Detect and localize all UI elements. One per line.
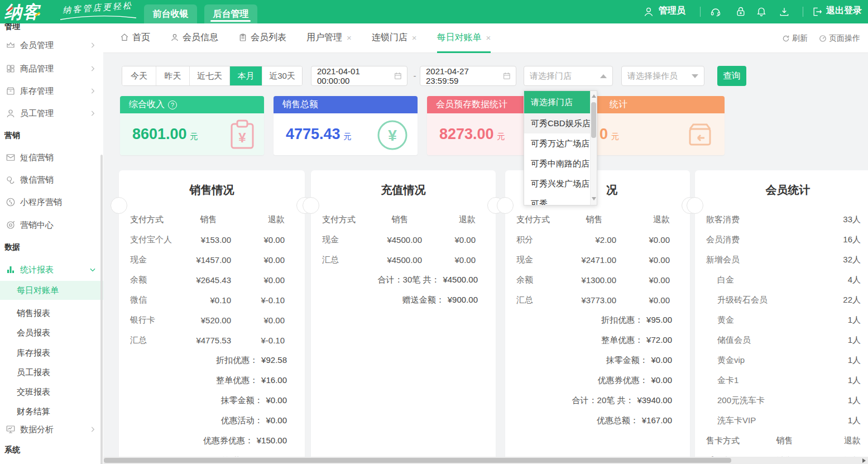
sidebar-subitem-staff-report[interactable]: 员工报表 <box>0 363 103 382</box>
dropdown-option-store[interactable]: 可秀兴发广场店 <box>524 174 597 194</box>
end-datetime-input[interactable]: 2021-04-27 23:59:59 <box>420 66 516 86</box>
col-sales: 销售 <box>762 436 807 446</box>
tab-chain-stores[interactable]: 连锁门店 × <box>372 23 417 53</box>
chevron-right-icon <box>89 41 97 49</box>
sidebar-item-label: 营销中心 <box>20 218 54 232</box>
dropdown-option-store-partial[interactable]: 可秀 <box>524 194 597 205</box>
dropdown-option-store[interactable]: 可秀万达广场店 <box>524 133 597 154</box>
tab-home[interactable]: 首页 <box>120 23 150 53</box>
start-datetime-input[interactable]: 2021-04-01 00:00:00 <box>311 66 407 86</box>
download-icon[interactable] <box>779 6 790 17</box>
logout-icon[interactable] <box>812 6 823 17</box>
sidebar-item-goods-manage[interactable]: 商品管理 <box>0 62 103 75</box>
refresh-label: 刷新 <box>792 34 808 44</box>
sidebar: 管理 会员管理 商品管理 库存管理 员工管理 营销 短信营销 微 <box>0 23 103 464</box>
list-item: 新增会员32人 <box>695 250 868 270</box>
close-icon[interactable]: × <box>486 33 491 42</box>
tab-label: 用户管理 <box>306 32 342 44</box>
col-sales: 销售 <box>186 214 231 225</box>
tab-label: 首页 <box>132 32 150 44</box>
sidebar-subitem-shift-report[interactable]: 交班报表 <box>0 382 103 401</box>
refresh-button[interactable]: 刷新 <box>782 34 808 44</box>
mail-icon <box>6 152 16 162</box>
sidebar-item-label: 员工管理 <box>20 107 54 120</box>
sidebar-item-label: 数据分析 <box>20 423 54 436</box>
sidebar-item-sms-marketing[interactable]: 短信营销 <box>0 151 103 164</box>
target-icon <box>6 220 16 230</box>
dropdown-scrollbar[interactable] <box>590 91 597 205</box>
sidebar-item-label: 微信营销 <box>20 173 54 186</box>
person-icon <box>170 33 179 42</box>
search-button[interactable]: 查询 <box>717 66 746 86</box>
sidebar-item-stock-manage[interactable]: 库存管理 <box>0 84 103 98</box>
bell-icon[interactable] <box>756 6 767 17</box>
range-thismonth-button[interactable]: 本月 <box>229 66 262 85</box>
logout-button[interactable]: 退出登录 <box>826 5 862 17</box>
sidebar-subitem-daily-statement[interactable]: 每日对账单 <box>0 281 103 300</box>
scroll-right-arrow[interactable] <box>862 458 866 463</box>
panel-title: 销售情况 <box>119 181 305 198</box>
list-item: 黄金1人 <box>695 310 868 330</box>
sidebar-item-wechat-marketing[interactable]: 微信营销 <box>0 173 103 186</box>
tab-user-manage[interactable]: 用户管理 × <box>306 23 352 53</box>
return-box-icon <box>684 119 716 150</box>
range-today-button[interactable]: 今天 <box>122 66 156 85</box>
current-user[interactable]: 管理员 <box>659 5 685 17</box>
sidebar-item-miniapp-marketing[interactable]: 小程序营销 <box>0 195 103 209</box>
scrollbar-thumb[interactable] <box>591 102 596 138</box>
user-icon[interactable] <box>643 6 654 17</box>
subitem-label: 会员报表 <box>0 323 103 342</box>
front-cashier-label: 前台收银 <box>153 8 189 20</box>
scroll-down-arrow[interactable] <box>592 197 596 200</box>
col-refund: 退款 <box>231 214 285 225</box>
calendar-icon[interactable] <box>394 71 402 80</box>
clipboard-icon <box>238 33 247 42</box>
close-icon[interactable]: × <box>347 33 352 42</box>
headset-icon[interactable] <box>710 6 721 17</box>
range-last30days-button[interactable]: 近30天 <box>262 66 302 85</box>
sidebar-item-statistic-reports[interactable]: 统计报表 <box>0 263 103 276</box>
calendar-icon[interactable] <box>502 71 511 80</box>
sidebar-item-label: 小程序营销 <box>20 195 62 209</box>
sidebar-item-marketing-center[interactable]: 营销中心 <box>0 218 103 232</box>
range-yesterday-button[interactable]: 昨天 <box>156 66 189 85</box>
scrollbar-thumb[interactable] <box>104 458 731 463</box>
tab-member-info[interactable]: 会员信息 <box>170 23 218 53</box>
dropdown-option-store[interactable]: 可秀CBD娱乐店 <box>524 113 597 133</box>
tab-daily-statement[interactable]: 每日对账单 × <box>437 23 491 53</box>
tagline-swoosh <box>59 15 137 21</box>
tab-member-list[interactable]: 会员列表 <box>238 23 286 53</box>
page-operations-label: 页面操作 <box>829 34 860 44</box>
sidebar-item-label: 库存管理 <box>20 84 54 98</box>
card-title: 会员预存数据统计 <box>436 99 507 111</box>
sidebar-scrollbar[interactable] <box>100 155 103 464</box>
lock-icon[interactable] <box>735 6 746 17</box>
quick-range-group: 今天 昨天 近七天 本月 近30天 <box>122 66 303 86</box>
dropdown-option-placeholder[interactable]: 请选择门店 <box>524 91 597 113</box>
dropdown-option-store[interactable]: 可秀中南路的店 <box>524 154 597 174</box>
sidebar-item-member-manage[interactable]: 会员管理 <box>0 39 103 52</box>
start-datetime-value: 2021-04-01 00:00:00 <box>317 66 394 85</box>
page-operations-button[interactable]: 页面操作 <box>819 34 860 44</box>
stock-box-icon <box>6 86 16 96</box>
table-row: 微信¥0.10¥-0.10 <box>119 290 305 310</box>
help-icon[interactable]: ? <box>168 101 177 109</box>
col-sales: 销售 <box>378 214 422 225</box>
horizontal-scrollbar[interactable] <box>103 457 868 464</box>
store-select[interactable]: 请选择门店 <box>524 66 613 86</box>
sidebar-subitem-member-report[interactable]: 会员报表 <box>0 323 103 342</box>
range-last7days-button[interactable]: 近七天 <box>189 66 229 85</box>
sidebar-section-system: 系统 <box>4 443 20 456</box>
scroll-up-arrow[interactable] <box>592 94 596 98</box>
sidebar-item-staff-manage[interactable]: 员工管理 <box>0 107 103 120</box>
sidebar-subitem-finance-settle[interactable]: 财务结算 <box>0 402 103 421</box>
sidebar-item-data-analysis[interactable]: 数据分析 <box>0 423 103 436</box>
operator-select[interactable]: 请选择操作员 <box>621 66 704 86</box>
col-pay-method: 支付方式 <box>130 214 186 225</box>
recharge-panel: 充值情况 支付方式 销售 退款 现金¥4500.00¥0.00 汇总¥4500.… <box>311 170 496 464</box>
front-cashier-button[interactable]: 前台收银 <box>144 4 197 23</box>
sidebar-subitem-sales-report[interactable]: 销售报表 <box>0 304 103 323</box>
backend-manage-button[interactable]: 后台管理 <box>204 4 257 23</box>
sidebar-subitem-stock-report[interactable]: 库存报表 <box>0 343 103 362</box>
close-icon[interactable]: × <box>412 33 417 42</box>
